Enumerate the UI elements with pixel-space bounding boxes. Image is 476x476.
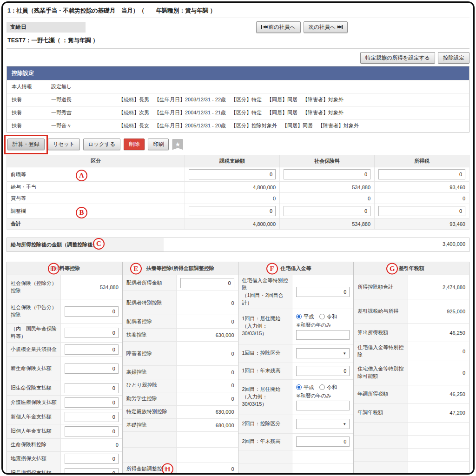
- print-button[interactable]: 印刷: [148, 139, 169, 150]
- adjust-tax-input[interactable]: [378, 206, 465, 216]
- employee-title: TEST7：一野七瀬（ ：賞与年調 ）: [7, 33, 469, 49]
- earthquake-insurance-input[interactable]: [65, 454, 118, 464]
- care-medical-insurance-input[interactable]: [65, 397, 118, 408]
- small-business-mutual-input[interactable]: [65, 344, 118, 355]
- after-deduction-row: 給与所得控除後の金額（調整控除後） C 3,400,000: [7, 238, 469, 252]
- detail-row: （内 国民年金保険料等）: [7, 324, 122, 343]
- dependent-name: 一野道長: [51, 96, 119, 103]
- panel-row-self: 本人情報 設定無し: [7, 80, 469, 93]
- field-label: 小規模企業共済掛金: [7, 343, 61, 357]
- era-note: ※和暦の年のみ: [296, 392, 350, 399]
- old-personal-pension-input[interactable]: [65, 426, 118, 436]
- bookmark-star-icon[interactable]: ★: [172, 139, 183, 150]
- housing-loan-total-input[interactable]: [296, 287, 350, 297]
- first-division-row: 1回目：控除区分 ▼: [238, 344, 354, 363]
- detail-row: 小規模企業共済掛金: [7, 343, 122, 357]
- new-life-insurance-input[interactable]: [65, 364, 118, 374]
- salary-taxable-value: 4,800,000: [185, 182, 280, 193]
- field-label: 配偶者控除: [123, 315, 177, 328]
- field-label: 扶養控除: [123, 329, 177, 341]
- prev-job-tax-input[interactable]: [378, 169, 465, 179]
- old-life-insurance-input[interactable]: [65, 383, 118, 393]
- adjust-social-input[interactable]: [284, 206, 370, 216]
- field-label: 新生命保険支払額: [7, 357, 61, 381]
- col-header-taxable-pay: 課税支給額: [185, 155, 280, 167]
- detail-row: 旧長期損保支払額: [7, 466, 122, 475]
- second-residence-date-input[interactable]: [296, 401, 350, 410]
- dependent-name: 一野秀吉: [51, 109, 119, 116]
- field-label: 介護医療保険支払額: [7, 396, 61, 410]
- field-value: 0: [408, 361, 469, 385]
- heisei-radio[interactable]: [296, 314, 302, 319]
- reiwa-label: 令和: [327, 384, 337, 391]
- field-value: 0: [408, 342, 469, 361]
- field-label: 2回目：年末残高: [238, 434, 292, 450]
- social-insurance-declared-input[interactable]: [65, 306, 118, 317]
- prev-job-social-input[interactable]: [284, 169, 370, 179]
- delete-button[interactable]: 削除: [124, 139, 145, 150]
- field-label: 勤労学生控除: [123, 392, 177, 405]
- second-yearend-balance-input[interactable]: [296, 436, 350, 447]
- field-value: 0: [61, 439, 122, 451]
- col-header-kubun: 区分: [7, 155, 185, 167]
- new-personal-pension-input[interactable]: [65, 412, 118, 422]
- chevron-down-icon: ▼: [343, 422, 346, 426]
- field-label: 1回目：年末残高: [238, 363, 292, 379]
- second-division-row: 2回目：控除区分 ▼: [238, 415, 354, 434]
- field-value: 0: [177, 366, 238, 378]
- dependent-detail: 【続柄】長女 【生年月日】2005/12/31 - 20歳 【区分】控除対象外 …: [119, 122, 464, 129]
- reset-button[interactable]: リセット: [48, 139, 80, 150]
- annotation-a: A: [76, 170, 87, 181]
- field-value: 0: [177, 315, 238, 328]
- field-label: 新個人年金支払額: [7, 410, 61, 424]
- next-employee-button[interactable]: 次の社員へ ▶▶: [304, 21, 348, 33]
- col-header-income-tax: 所得税: [375, 155, 469, 167]
- detail-row: 介護医療保険支払額: [7, 396, 122, 410]
- lock-button[interactable]: ロックする: [83, 139, 121, 150]
- deduction-settings-panel: 控除設定 本人情報 設定無し 扶養 一野道長 【続柄】長男 【生年月日】2003…: [7, 66, 469, 132]
- housing-loan-column: 住宅借入金等 F 住宅借入金等特別控除（1回目・2回目合計） 1回目：居住開始（…: [238, 262, 354, 475]
- calc-register-button[interactable]: 計算・登録: [7, 139, 45, 150]
- second-division-dropdown[interactable]: ▼: [296, 419, 350, 429]
- row-type: 扶養: [12, 122, 51, 129]
- detail-row: 障害者控除0: [123, 342, 238, 366]
- detail-row: 配偶者所得金額: [123, 275, 238, 291]
- income-adjust-row: 所得金額調整控除 H 0: [123, 463, 238, 475]
- first-division-dropdown[interactable]: ▼: [296, 348, 350, 358]
- reiwa-radio[interactable]: [319, 314, 325, 319]
- dependent-column-header: 扶養等控除/所得金額調整控除: [146, 265, 214, 271]
- panel-row-dependent: 扶養 一野秀吉 【続柄】次男 【生年月日】2004/12/31 - 21歳 【区…: [7, 106, 469, 119]
- empty-row: [238, 463, 354, 475]
- annotation-b: B: [76, 207, 87, 218]
- reiwa-radio[interactable]: [319, 384, 325, 390]
- prev-employee-button[interactable]: ◀◀ 前の社員へ: [256, 21, 300, 33]
- summary-row-total: 合計 4,800,000 534,880 93,460: [7, 218, 469, 230]
- first-residence-start-row: 1回目：居住開始（入力例：30/03/15） 平成 令和 ※和暦の年のみ: [238, 309, 354, 344]
- national-pension-input[interactable]: [65, 328, 118, 338]
- dependent-name: 一野音々: [51, 122, 119, 129]
- deduction-setting-button[interactable]: 控除設定: [438, 52, 469, 64]
- field-value: 0: [177, 342, 238, 365]
- empty-row: [354, 436, 469, 449]
- field-label: （内 国民年金保険料等）: [7, 324, 61, 342]
- row-type: 扶養: [12, 109, 51, 116]
- prev-job-taxable-input[interactable]: [189, 169, 276, 179]
- heisei-radio[interactable]: [296, 384, 302, 390]
- field-label: 配偶者所得金額: [123, 275, 177, 291]
- adjust-taxable-input[interactable]: [189, 206, 276, 216]
- old-longterm-insurance-input[interactable]: [65, 468, 118, 475]
- row-label: 合計: [7, 218, 185, 230]
- reiwa-label: 令和: [327, 313, 337, 320]
- first-residence-date-input[interactable]: [296, 330, 350, 340]
- field-value: 0: [177, 463, 238, 475]
- salary-tax-value: 93,460: [375, 182, 469, 193]
- heisei-label: 平成: [304, 313, 314, 320]
- field-label: 1回目：控除区分: [238, 344, 292, 363]
- summary-row-salary: 給与・手当 4,800,000 534,880 93,460: [7, 182, 469, 193]
- first-yearend-balance-input[interactable]: [296, 366, 350, 376]
- spouse-income-input[interactable]: [180, 278, 234, 288]
- row-detail: [119, 83, 464, 90]
- panel-row-dependent: 扶養 一野音々 【続柄】長女 【生年月日】2005/12/31 - 20歳 【区…: [7, 119, 469, 132]
- summary-row-bonus: 賞与等 0 0 0: [7, 193, 469, 204]
- set-special-family-income-button[interactable]: 特定親族の所得を設定する: [360, 52, 435, 64]
